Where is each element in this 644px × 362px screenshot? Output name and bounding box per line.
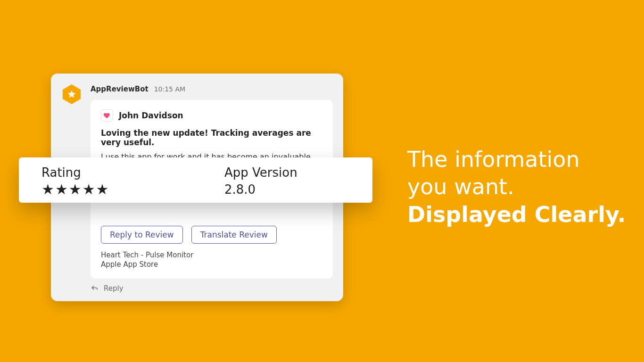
app-icon-chip — [101, 109, 113, 122]
rating-stars: ★★★★★ — [41, 182, 224, 197]
app-version-heading: App Version — [224, 165, 297, 180]
heart-icon — [103, 112, 111, 119]
store-label: Apple App Store — [101, 260, 322, 269]
star-icon — [67, 90, 76, 99]
review-title: Loving the new update! Tracking averages… — [101, 128, 322, 147]
reply-label: Reply — [104, 284, 124, 293]
bot-avatar-hexagon — [61, 84, 82, 105]
rating-heading: Rating — [41, 165, 224, 180]
hero-line-3: Displayed Clearly. — [407, 201, 626, 229]
hero-line-1: The information — [407, 146, 626, 173]
hero-text: The information you want. Displayed Clea… — [407, 146, 626, 229]
reply-arrow-icon — [91, 284, 99, 293]
reply-to-review-button[interactable]: Reply to Review — [101, 226, 183, 244]
info-overlay-strip: Rating ★★★★★ App Version 2.8.0 — [19, 157, 372, 203]
message-time: 10:15 AM — [154, 85, 185, 93]
reply-action[interactable]: Reply — [91, 284, 333, 293]
hero-line-2: you want. — [407, 173, 626, 201]
translate-review-button[interactable]: Translate Review — [191, 226, 277, 244]
app-name-label: Heart Tech - Pulse Monitor — [101, 250, 322, 260]
app-version-value: 2.8.0 — [224, 182, 297, 197]
review-author: John Davidson — [119, 111, 183, 120]
bot-name: AppReviewBot — [91, 85, 149, 93]
